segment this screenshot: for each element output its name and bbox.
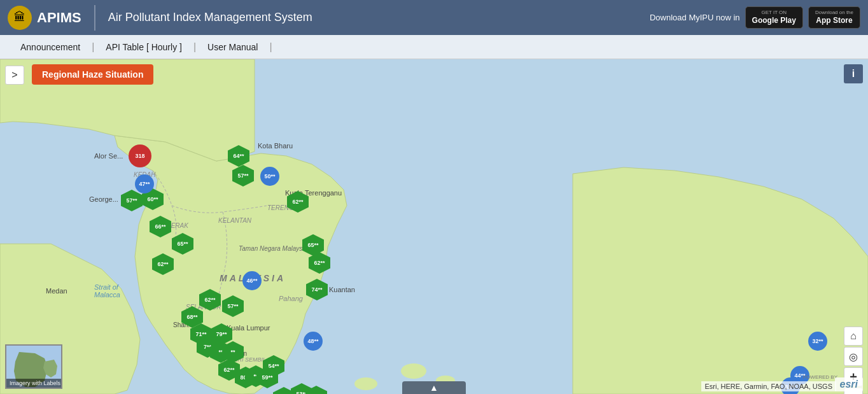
marker-hex-shape: 57** — [232, 165, 254, 186]
marker-circle-shape: 47** — [135, 174, 154, 193]
marker-hex-shape: ** — [305, 386, 327, 394]
app-store-button[interactable]: Download on the App Store — [808, 6, 860, 29]
marker-hex-shape: 62** — [287, 191, 309, 213]
marker-hex-shape: 62** — [309, 252, 330, 274]
svg-point-5 — [401, 363, 426, 379]
marker-circle-318[interactable]: 318 — [129, 144, 151, 167]
svg-point-7 — [354, 377, 377, 390]
nav-announcement[interactable]: Announcement — [10, 35, 90, 59]
nav-sep-3: | — [268, 41, 273, 53]
app-name: APIMS — [37, 10, 81, 26]
marker-hex-shape: 57** — [222, 295, 244, 317]
app-store-sub: Download on the — [815, 10, 853, 16]
marker-hex-g1[interactable]: 64** — [228, 145, 249, 167]
marker-hex-g24[interactable]: 59** — [256, 367, 278, 388]
marker-circle-b5[interactable]: 48** — [304, 332, 323, 351]
marker-hex-g7[interactable]: 65** — [172, 233, 193, 255]
marker-hex-shape: 66** — [150, 216, 171, 237]
header-divider — [94, 5, 95, 31]
map-background — [0, 59, 868, 394]
marker-circle-shape: 50** — [260, 167, 279, 186]
map-container[interactable]: > Regional Haze Situation i Alor Se... K… — [0, 59, 868, 394]
google-play-sub: GET IT ON — [761, 10, 787, 16]
download-area: Download MyIPU now in GET IT ON Google P… — [650, 6, 860, 29]
esri-text: esri — [840, 379, 858, 390]
thumbnail-label: Imagery with Labels — [6, 379, 62, 388]
nav-sep-1: | — [90, 41, 95, 53]
map-thumbnail[interactable]: Imagery with Labels — [5, 344, 62, 389]
marker-hex-shape: 59** — [256, 367, 278, 388]
marker-circle-shape: 32** — [808, 332, 827, 351]
home-button[interactable]: ⌂ — [844, 327, 863, 346]
chevron-right-icon: > — [11, 69, 17, 81]
google-play-button[interactable]: GET IT ON Google Play — [745, 6, 803, 29]
marker-circle-shape: 46** — [242, 271, 262, 290]
marker-circle-b3[interactable]: 50** — [260, 167, 279, 186]
nav-user-manual[interactable]: User Manual — [197, 35, 268, 59]
info-button[interactable]: i — [844, 64, 863, 83]
nav-api-table[interactable]: API Table [ Hourly ] — [95, 35, 192, 59]
marker-circle-b4[interactable]: 46** — [242, 271, 262, 290]
chevron-up-icon: ▲ — [430, 383, 438, 393]
app-title: Air Pollutant Index Management System — [108, 11, 642, 24]
marker-hex-shape: 62** — [152, 253, 174, 275]
marker-hex-shape: 64** — [228, 145, 249, 167]
marker-hex-g6[interactable]: 66** — [150, 216, 171, 237]
marker-hex-shape: 74** — [306, 279, 328, 300]
marker-circle-b9[interactable]: 32** — [808, 332, 827, 351]
info-icon: i — [852, 68, 855, 80]
google-play-name: Google Play — [752, 16, 796, 26]
marker-circle-shape: 318 — [129, 144, 151, 167]
marker-hex-shape: 65** — [172, 233, 193, 255]
regional-haze-button[interactable]: Regional Haze Situation — [32, 64, 153, 85]
nav-sep-2: | — [192, 41, 197, 53]
marker-hex-g5[interactable]: 62** — [287, 191, 309, 213]
marker-circle-shape: 48** — [304, 332, 323, 351]
powered-by-text: POWERED BY — [803, 374, 837, 380]
marker-hex-g2[interactable]: 57** — [232, 165, 254, 186]
logo-emblem: 🏛 — [8, 6, 32, 30]
app-store-name: App Store — [816, 16, 852, 26]
esri-logo: esri — [835, 377, 863, 391]
navbar: Announcement | API Table [ Hourly ] | Us… — [0, 35, 868, 59]
marker-hex-g9[interactable]: 62** — [152, 253, 174, 275]
marker-hex-g10[interactable]: 62** — [309, 252, 330, 274]
marker-hex-g13[interactable]: 57** — [222, 295, 244, 317]
locate-button[interactable]: ◎ — [844, 347, 863, 366]
regional-haze-label: Regional Haze Situation — [42, 69, 143, 80]
marker-circle-b2[interactable]: 47** — [135, 174, 154, 193]
logo-area: 🏛 APIMS — [8, 6, 81, 30]
download-text: Download MyIPU now in — [650, 13, 740, 22]
header: 🏛 APIMS Air Pollutant Index Management S… — [0, 0, 868, 35]
marker-hex-g11[interactable]: 74** — [306, 279, 328, 300]
marker-hex-g27[interactable]: ** — [305, 386, 327, 394]
sidebar-toggle-button[interactable]: > — [5, 66, 24, 85]
attribution: Esri, HERE, Garmin, FAO, NOAA, USGS — [701, 381, 836, 391]
scroll-indicator[interactable]: ▲ — [402, 381, 466, 394]
